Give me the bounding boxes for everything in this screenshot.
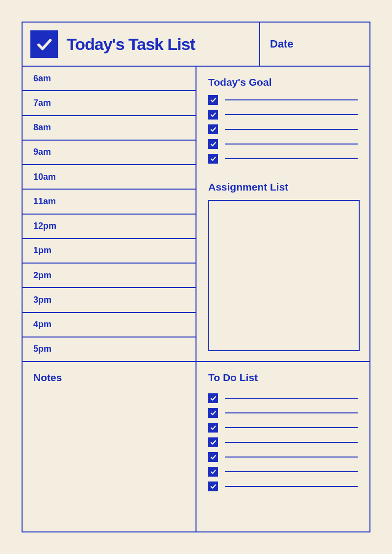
goal-line[interactable] [225,99,358,100]
todo-line[interactable] [225,398,358,399]
assignment-title: Assignment List [208,181,360,193]
goal-line[interactable] [225,158,358,159]
todo-item [208,423,360,433]
todo-item [208,437,360,447]
checkbox-icon[interactable] [208,393,218,403]
todo-list [208,393,360,491]
todo-item [208,452,360,462]
planner-frame: Today's Task List Date 6am7am8am9am10am1… [22,22,370,532]
todo-item [208,482,360,491]
checkbox-icon[interactable] [208,452,218,462]
goal-line[interactable] [225,144,358,145]
todo-line[interactable] [225,471,358,472]
header-row: Today's Task List Date [23,23,369,67]
notes-cell[interactable]: Notes [23,362,196,531]
right-panel: Today's Goal Assignment List [196,67,369,361]
todo-item [208,467,360,477]
schedule-row[interactable]: 4pm [23,313,196,337]
checkbox-icon[interactable] [208,437,218,447]
page-title: Today's Task List [67,35,195,54]
goals-list [208,95,360,169]
checkbox-icon[interactable] [208,154,218,164]
checkbox-icon[interactable] [208,408,218,418]
schedule-column: 6am7am8am9am10am11am12pm1pm2pm3pm4pm5pm [23,67,196,361]
goal-line[interactable] [225,129,358,130]
schedule-row[interactable]: 10am [23,165,196,190]
goal-item [208,139,360,149]
goals-title: Today's Goal [208,76,360,88]
schedule-row[interactable]: 2pm [23,264,196,288]
schedule-row[interactable]: 11am [23,190,196,214]
bottom-section: Notes To Do List [23,362,369,531]
checkbox-icon[interactable] [208,467,218,477]
assignment-box[interactable] [208,200,360,351]
goal-item [208,95,360,105]
goal-item [208,124,360,134]
schedule-row[interactable]: 7am [23,91,196,116]
middle-section: 6am7am8am9am10am11am12pm1pm2pm3pm4pm5pm … [23,67,369,362]
checkbox-icon[interactable] [208,423,218,433]
checkbox-icon[interactable] [208,110,218,120]
checkbox-icon[interactable] [208,482,218,491]
notes-title: Notes [33,372,186,384]
todo-line[interactable] [225,427,358,428]
goal-item [208,154,360,164]
todo-line[interactable] [225,442,358,443]
todo-cell: To Do List [196,362,369,531]
title-cell: Today's Task List [23,23,259,66]
schedule-row[interactable]: 3pm [23,288,196,313]
todo-item [208,393,360,403]
schedule-row[interactable]: 1pm [23,239,196,264]
todo-line[interactable] [225,457,358,458]
todo-line[interactable] [225,486,358,487]
schedule-row[interactable]: 8am [23,116,196,141]
todo-item [208,408,360,418]
checkbox-icon[interactable] [208,124,218,134]
header-check-icon [30,30,58,58]
schedule-row[interactable]: 6am [23,67,196,91]
schedule-row[interactable]: 9am [23,141,196,165]
todo-line[interactable] [225,412,358,413]
date-field[interactable]: Date [259,23,369,66]
goal-line[interactable] [225,114,358,115]
schedule-row[interactable]: 12pm [23,215,196,239]
schedule-row[interactable]: 5pm [23,337,196,361]
checkbox-icon[interactable] [208,95,218,105]
todo-title: To Do List [208,372,360,384]
checkbox-icon[interactable] [208,139,218,149]
goal-item [208,110,360,120]
